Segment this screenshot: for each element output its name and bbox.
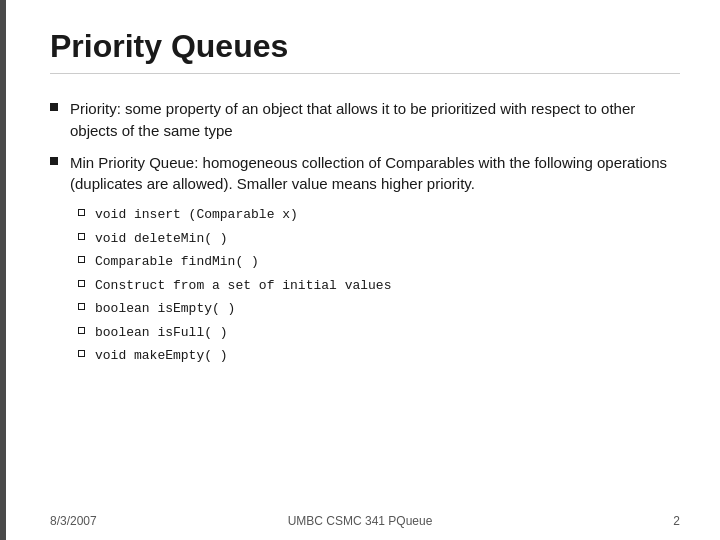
- bullet-section: Priority: some property of an object tha…: [50, 98, 680, 366]
- slide: Priority Queues Priority: some property …: [0, 0, 720, 540]
- code-text-2: void deleteMin( ): [95, 229, 228, 249]
- bullet-square-2: [50, 157, 58, 165]
- bullet-text-1: Priority: some property of an object tha…: [70, 98, 680, 142]
- bullet-square-1: [50, 103, 58, 111]
- code-item-3: Comparable findMin( ): [78, 252, 680, 272]
- bullet-text-2: Min Priority Queue: homogeneous collecti…: [70, 152, 680, 196]
- code-text-4: Construct from a set of initial values: [95, 276, 391, 296]
- code-text-6: boolean isFull( ): [95, 323, 228, 343]
- bullet-item-1: Priority: some property of an object tha…: [50, 98, 680, 142]
- code-item-7: void makeEmpty( ): [78, 346, 680, 366]
- bullet-item-2: Min Priority Queue: homogeneous collecti…: [50, 152, 680, 196]
- footer-page: 2: [673, 514, 680, 528]
- footer-date: 8/3/2007: [50, 514, 97, 528]
- code-square-2: [78, 233, 85, 240]
- code-square-4: [78, 280, 85, 287]
- code-square-6: [78, 327, 85, 334]
- code-text-3: Comparable findMin( ): [95, 252, 259, 272]
- code-square-5: [78, 303, 85, 310]
- footer-title: UMBC CSMC 341 PQueue: [288, 514, 433, 528]
- code-item-6: boolean isFull( ): [78, 323, 680, 343]
- footer: 8/3/2007 UMBC CSMC 341 PQueue 2: [0, 514, 720, 528]
- code-text-1: void insert (Comparable x): [95, 205, 298, 225]
- code-list: void insert (Comparable x) void deleteMi…: [78, 205, 680, 366]
- content-area: Priority Queues Priority: some property …: [0, 0, 720, 396]
- code-item-5: boolean isEmpty( ): [78, 299, 680, 319]
- code-square-3: [78, 256, 85, 263]
- code-square-7: [78, 350, 85, 357]
- code-text-5: boolean isEmpty( ): [95, 299, 235, 319]
- code-item-1: void insert (Comparable x): [78, 205, 680, 225]
- left-bar: [0, 0, 6, 540]
- code-square-1: [78, 209, 85, 216]
- code-text-7: void makeEmpty( ): [95, 346, 228, 366]
- code-item-2: void deleteMin( ): [78, 229, 680, 249]
- slide-title: Priority Queues: [50, 28, 680, 74]
- code-item-4: Construct from a set of initial values: [78, 276, 680, 296]
